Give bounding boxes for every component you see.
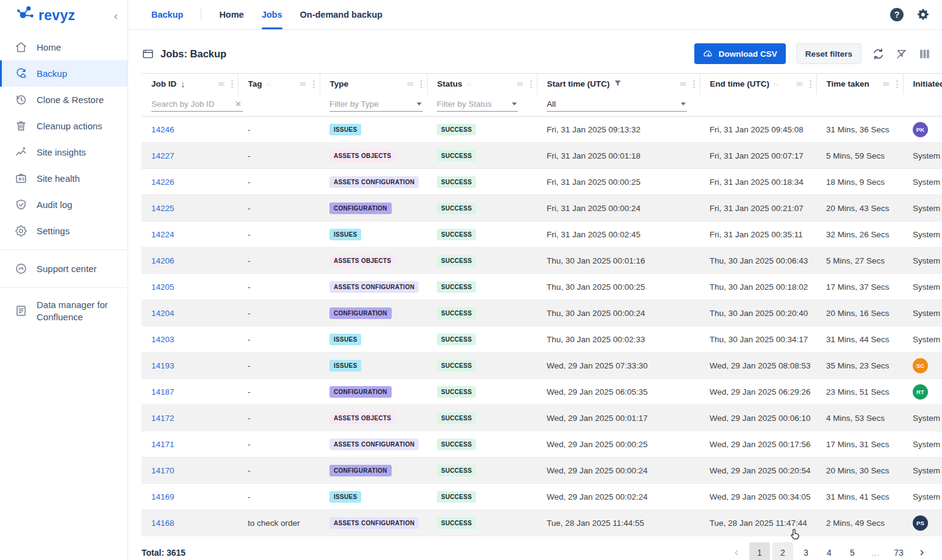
column-resize-handle-icon[interactable] [678, 79, 688, 88]
job-id-link[interactable]: 14193 [151, 361, 174, 370]
clear-filters-icon[interactable] [895, 48, 908, 60]
job-id-link[interactable]: 14246 [151, 125, 174, 134]
column-menu-kebab-icon[interactable] [692, 79, 696, 90]
job-id-link[interactable]: 14226 [151, 178, 174, 187]
status-chip: SUCCESS [437, 465, 476, 476]
column-menu-kebab-icon[interactable] [895, 79, 899, 90]
job-id-link[interactable]: 14168 [151, 519, 174, 528]
gear-icon[interactable] [916, 8, 930, 21]
tab-home[interactable]: Home [219, 0, 243, 29]
dropdown-arrow-icon[interactable] [512, 102, 517, 106]
time-taken-cell: 17 Mins, 31 Secs [816, 431, 903, 458]
column-resize-handle-icon[interactable] [406, 79, 415, 88]
sort-desc-icon[interactable]: ↓ [181, 79, 185, 89]
next-page-icon[interactable]: › [911, 542, 932, 560]
clear-search-icon[interactable]: ✕ [235, 99, 242, 109]
job-id-link[interactable]: 14227 [151, 151, 174, 160]
tab-jobs[interactable]: Jobs [262, 0, 282, 29]
job-id-link[interactable]: 14187 [151, 387, 174, 397]
dropdown-arrow-icon[interactable] [417, 102, 422, 106]
tab-backup[interactable]: Backup [151, 0, 183, 29]
job-row-14225: 14225-CONFIGURATIONSUCCESSFri, 31 Jan 20… [142, 195, 942, 221]
sidebar-item-backup[interactable]: Backup [0, 60, 128, 87]
job-id-link[interactable]: 14170 [151, 466, 174, 475]
page-button-2[interactable]: 2 [772, 542, 793, 560]
reset-filters-button[interactable]: Reset filters [796, 43, 861, 64]
end-time-cell: Wed, 29 Jan 2025 00:06:10 [700, 405, 816, 431]
job-id-link[interactable]: 14169 [151, 492, 174, 501]
shield-check-icon [14, 198, 27, 212]
start-time-cell: Fri, 31 Jan 2025 00:01:18 [537, 143, 700, 169]
job-id-link[interactable]: 14224 [151, 230, 174, 239]
help-icon[interactable]: ? [890, 8, 904, 21]
column-menu-kebab-icon[interactable] [230, 79, 234, 90]
revyz-logo[interactable]: revyz [16, 5, 75, 26]
column-resize-handle-icon[interactable] [882, 79, 891, 88]
filter-select-status[interactable]: Filter by Status [437, 99, 518, 112]
filter-active-funnel-icon[interactable] [614, 79, 622, 89]
column-menu-kebab-icon[interactable] [529, 79, 533, 90]
prev-page-icon[interactable]: ‹ [726, 542, 747, 560]
page-button-3[interactable]: 3 [796, 542, 816, 560]
page-button-5[interactable]: 5 [842, 542, 863, 560]
filter-select-type[interactable]: Filter by Type [329, 99, 423, 112]
sort-icon[interactable]: ↑↓ [267, 81, 271, 87]
sidebar-item-data-manager-for-confluence[interactable]: Data manager for Confluence [0, 293, 128, 328]
tab-on-demand-backup[interactable]: On-demand backup [300, 0, 383, 29]
start-time-cell: Tue, 28 Jan 2025 11:44:55 [537, 510, 700, 536]
job-id-link[interactable]: 14171 [151, 440, 174, 449]
job-id-link[interactable]: 14172 [151, 414, 174, 423]
sort-icon[interactable]: ↑↓ [774, 81, 778, 87]
column-header-status[interactable]: Status↑↓ [427, 74, 537, 95]
sidebar-item-clone-restore[interactable]: Clone & Restore [0, 87, 128, 113]
sidebar-item-site-health[interactable]: Site health [0, 165, 128, 192]
columns-icon[interactable] [918, 48, 931, 60]
column-header-initiated-by[interactable]: Initiated by [903, 74, 942, 95]
job-id-search-input[interactable]: Search by Job ID✕ [151, 99, 243, 112]
job-id-link[interactable]: 14205 [151, 282, 174, 292]
topbar-tabs: BackupHomeJobsOn-demand backup [151, 0, 383, 29]
filter-placeholder: Filter by Status [437, 99, 492, 109]
sidebar-item-audit-log[interactable]: Audit log [0, 192, 128, 218]
job-id-link[interactable]: 14206 [151, 256, 174, 265]
download-csv-button[interactable]: Download CSV [694, 43, 786, 64]
job-row-14170: 14170-CONFIGURATIONSUCCESSWed, 29 Jan 20… [142, 458, 942, 484]
column-header-job-id[interactable]: Job ID↓ [142, 74, 238, 95]
sidebar-item-home[interactable]: Home [0, 34, 128, 60]
refresh-icon[interactable] [872, 48, 885, 60]
end-time-cell: Wed, 29 Jan 2025 06:29:26 [700, 379, 816, 405]
column-resize-handle-icon[interactable] [298, 79, 307, 88]
job-id-cell: 14204 [142, 300, 238, 326]
column-resize-handle-icon[interactable] [516, 79, 525, 88]
sidebar-item-label: Site health [37, 173, 80, 185]
column-menu-kebab-icon[interactable] [419, 79, 423, 90]
column-resize-handle-icon[interactable] [795, 79, 804, 88]
sidebar-item-support-center[interactable]: Support center [0, 256, 128, 282]
sidebar-item-cleanup-actions[interactable]: Cleanup actions [0, 113, 128, 139]
job-id-link[interactable]: 14225 [151, 204, 174, 213]
sort-icon[interactable]: ↑↓ [467, 81, 471, 87]
column-header-end-time-utc-[interactable]: End time (UTC)↑↓ [700, 74, 816, 95]
sidebar-item-site-insights[interactable]: Site insights [0, 139, 128, 165]
column-header-time-taken[interactable]: Time taken [816, 74, 903, 95]
job-row-14205: 14205-ASSETS CONFIGURATIONSUCCESSThu, 30… [142, 274, 942, 300]
page-button-1[interactable]: 1 [749, 542, 770, 560]
column-header-start-time-utc-[interactable]: Start time (UTC) [537, 74, 700, 95]
job-id-link[interactable]: 14203 [151, 335, 174, 344]
dropdown-arrow-icon[interactable] [681, 102, 686, 106]
sidebar-item-settings[interactable]: Settings [0, 218, 128, 244]
type-chip: ISSUES [329, 334, 361, 345]
page-title: Jobs: Backup [142, 48, 226, 60]
page-button-4[interactable]: 4 [819, 542, 840, 560]
page-button-73[interactable]: 73 [888, 542, 909, 560]
job-id-link[interactable]: 14204 [151, 309, 174, 318]
column-resize-handle-icon[interactable] [217, 79, 226, 88]
filter-select-start-time-utc-[interactable]: All [547, 99, 687, 112]
sidebar-collapse-icon[interactable]: ‹ [114, 10, 118, 21]
end-time-cell: Wed, 29 Jan 2025 08:08:53 [700, 353, 816, 379]
column-menu-kebab-icon[interactable] [808, 79, 813, 90]
column-menu-kebab-icon[interactable] [312, 79, 316, 90]
column-header-tag[interactable]: Tag↑↓ [238, 74, 320, 95]
column-header-type[interactable]: Type [320, 74, 427, 95]
type-chip: ASSETS OBJECTS [329, 255, 395, 267]
